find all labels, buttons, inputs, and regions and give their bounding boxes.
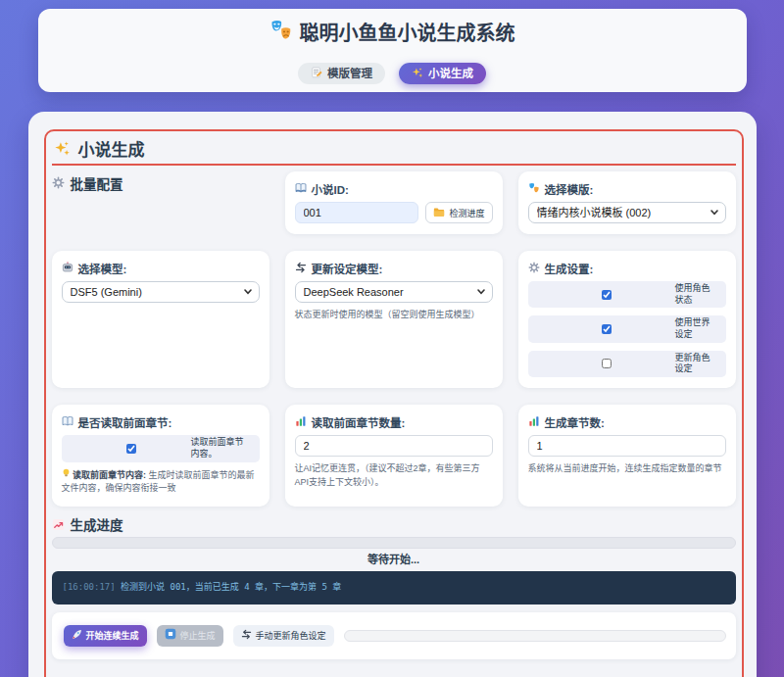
header-card: 聪明小鱼鱼小说生成系统 模版管理 小说生成 [38, 9, 747, 92]
update-model-label: 更新设定模型: [295, 262, 493, 276]
update-model-hint: 状态更新时使用的模型（留空则使用生成模型） [295, 309, 493, 322]
novel-id-label: 小说ID: [295, 182, 493, 197]
template-label: 选择模版: [528, 182, 726, 197]
manual-update-roles-button[interactable]: 手动更新角色设定 [233, 625, 334, 647]
check-progress-button[interactable]: 检测进度 [425, 202, 492, 223]
update-model-card: 更新设定模型: DeepSeek Reasoner 状态更新时使用的模型（留空则… [285, 251, 503, 388]
rocket-icon [72, 629, 82, 643]
read-previous-row: 读取前面章节内容。 [62, 435, 260, 461]
model-card: 选择模型: DSF5 (Gemini) [52, 251, 270, 388]
generation-settings-label-text: 生成设置: [545, 263, 594, 276]
secondary-progress-bar [344, 630, 726, 642]
model-label: 选择模型: [62, 262, 260, 276]
read-previous-label-text: 是否读取前面章节: [78, 416, 172, 430]
config-grid: 批量配置 小说ID: [52, 171, 736, 507]
page-title-text: 小说生成 [78, 141, 145, 161]
read-count-label: 读取前面章节数量: [295, 415, 493, 430]
update-model-label-text: 更新设定模型: [312, 263, 383, 276]
generation-settings-card: 生成设置: 使用角色状态 使用世界设定 更新角色设定 [518, 251, 736, 388]
update-character-setting-label: 更新角色设定 [675, 353, 716, 375]
novel-id-label-text: 小说ID: [312, 183, 349, 197]
tab-bar: 模版管理 小说生成 [38, 63, 747, 84]
gen-count-label-text: 生成章节数: [545, 416, 605, 430]
bar-chart-icon [295, 415, 307, 430]
check-progress-button-label: 检测进度 [449, 207, 484, 219]
read-previous-checkbox[interactable] [126, 444, 136, 454]
model-select[interactable]: DSF5 (Gemini) [62, 281, 260, 303]
template-select[interactable]: 情绪内核小说模板 (002) [528, 202, 726, 223]
read-count-label-text: 读取前面章节数量: [312, 416, 406, 430]
log-message: 检测到小说 001，当前已生成 4 章，下一章为第 5 章 [116, 582, 342, 592]
template-card: 选择模版: 情绪内核小说模板 (002) [518, 171, 736, 234]
theater-masks-icon [270, 19, 293, 48]
read-count-hint: 让AI记忆更连贯，（建议不超过2章，有些第三方API支持上下文较小）。 [295, 462, 493, 489]
use-character-state-checkbox[interactable] [602, 290, 612, 300]
tab-novel-generate-label: 小说生成 [428, 67, 473, 80]
progress-section-label-text: 生成进度 [71, 518, 123, 534]
batch-config-label-text: 批量配置 [71, 177, 123, 193]
bulb-icon [62, 468, 71, 483]
read-previous-hint: 读取前面章节内容: 生成时读取前面章节的最新文件内容，确保内容衔接一致 [62, 468, 260, 496]
open-book-icon [295, 182, 307, 197]
read-previous-card: 是否读取前面章节: 读取前面章节内容。 读取前面章节内容: 生成时读取前面章节的… [52, 405, 270, 506]
use-character-state-row: 使用角色状态 [528, 281, 726, 308]
bar-chart-icon [528, 415, 540, 430]
read-previous-label: 是否读取前面章节: [62, 415, 260, 430]
tab-novel-generate[interactable]: 小说生成 [399, 63, 486, 84]
use-world-setting-row: 使用世界设定 [528, 315, 726, 342]
progress-section-label: 生成进度 [52, 515, 736, 535]
actions-bar: 开始连续生成 停止生成 手动更新角色设定 [52, 612, 736, 659]
novel-generation-section: 小说生成 批量配置 [44, 129, 744, 677]
novel-id-card: 小说ID: 检测进度 [285, 171, 503, 234]
log-timestamp: [16:00:17] [63, 582, 116, 592]
gear-icon [52, 176, 65, 193]
log-console: [16:00:17] 检测到小说 001，当前已生成 4 章，下一章为第 5 章 [52, 571, 736, 604]
use-world-setting-label: 使用世界设定 [675, 317, 716, 340]
template-label-text: 选择模版: [545, 183, 594, 197]
batch-config-label: 批量配置 [52, 171, 270, 193]
page-title: 小说生成 [52, 137, 736, 166]
model-label-text: 选择模型: [78, 263, 127, 276]
folder-icon [433, 207, 445, 219]
robot-icon [62, 262, 74, 276]
use-world-setting-checkbox[interactable] [602, 324, 612, 334]
gen-count-hint: 系统将从当前进度开始，连续生成指定数量的章节 [528, 462, 726, 476]
stop-icon [165, 628, 176, 643]
update-character-setting-checkbox[interactable] [602, 359, 612, 368]
read-count-card: 读取前面章节数量: 让AI记忆更连贯，（建议不超过2章，有些第三方API支持上下… [285, 405, 503, 506]
theater-masks-icon [528, 182, 540, 197]
sparkles-icon [412, 67, 423, 81]
progress-status-text: 等待开始... [52, 553, 736, 567]
swap-arrows-icon [295, 262, 307, 276]
gen-count-card: 生成章节数: 系统将从当前进度开始，连续生成指定数量的章节 [518, 405, 736, 506]
main-panel: 小说生成 批量配置 [28, 112, 757, 677]
progress-bar [52, 537, 736, 549]
memo-icon [311, 67, 322, 81]
tab-template-manage-label: 模版管理 [327, 67, 372, 80]
read-count-input[interactable] [295, 435, 493, 457]
app-title-text: 聪明小鱼鱼小说生成系统 [300, 21, 515, 46]
gen-count-input[interactable] [528, 435, 726, 457]
update-model-select[interactable]: DeepSeek Reasoner [295, 281, 493, 303]
novel-id-input[interactable] [295, 202, 419, 223]
chart-up-icon [52, 518, 65, 535]
use-character-state-label: 使用角色状态 [675, 283, 716, 306]
gen-count-label: 生成章节数: [528, 415, 726, 430]
swap-arrows-icon [241, 629, 252, 643]
sparkles-icon [54, 140, 71, 162]
book-icon [62, 415, 74, 430]
read-previous-hint-strong: 读取前面章节内容: [73, 470, 146, 480]
tab-template-manage[interactable]: 模版管理 [298, 63, 385, 84]
gear-icon [528, 262, 540, 276]
start-generation-button[interactable]: 开始连续生成 [64, 625, 147, 647]
app-title: 聪明小鱼鱼小说生成系统 [38, 19, 747, 48]
manual-update-roles-button-label: 手动更新角色设定 [256, 630, 326, 642]
update-character-setting-row: 更新角色设定 [528, 351, 726, 377]
start-generation-button-label: 开始连续生成 [86, 630, 139, 642]
generation-settings-label: 生成设置: [528, 262, 726, 276]
stop-generation-button-label: 停止生成 [180, 630, 216, 642]
read-previous-option-label: 读取前面章节内容。 [191, 437, 250, 459]
stop-generation-button[interactable]: 停止生成 [157, 625, 223, 647]
